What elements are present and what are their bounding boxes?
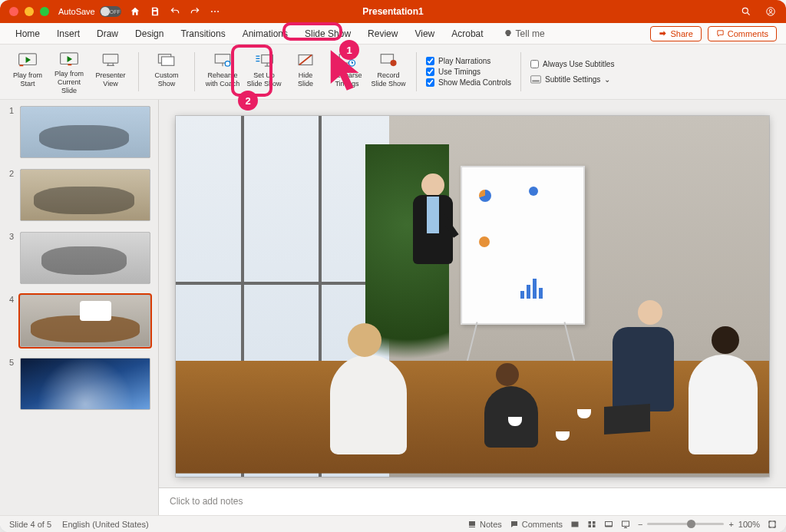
fit-to-window-icon[interactable] (768, 520, 777, 529)
subtitle-options: Always Use Subtitles Subtitle Settings ⌄ (526, 48, 619, 96)
show-media-check[interactable]: Show Media Controls (426, 78, 511, 87)
custom-show-button[interactable]: Custom Show (147, 48, 187, 96)
setup-icon (253, 51, 275, 69)
notes-placeholder: Click to add notes (170, 496, 243, 507)
svg-rect-28 (622, 521, 629, 527)
comments-button[interactable]: Comments (708, 26, 777, 41)
ribbon: Play from Start Play from Current Slide … (0, 45, 786, 100)
custom-show-icon (156, 51, 177, 69)
svg-rect-13 (262, 55, 273, 64)
search-icon[interactable] (740, 5, 752, 18)
tab-home[interactable]: Home (9, 25, 46, 42)
tell-me-label: Tell me (516, 28, 545, 39)
toggle-off-icon[interactable]: OFF (100, 6, 121, 17)
callout-badge-2: 2 (238, 91, 258, 111)
rehearse-coach-button[interactable]: Rehearse with Coach (203, 48, 243, 96)
thumbnail-3[interactable] (20, 232, 150, 284)
tab-transitions[interactable]: Transitions (174, 25, 231, 42)
zoom-in-icon[interactable]: + (728, 520, 733, 529)
share-button[interactable]: Share (650, 26, 701, 41)
normal-view-icon[interactable] (570, 520, 580, 529)
setup-slideshow-button[interactable]: Set Up Slide Show (244, 48, 284, 96)
ribbon-tabs: Home Insert Draw Design Transitions Anim… (0, 23, 786, 45)
zoom-out-icon[interactable]: − (638, 520, 642, 529)
thumbnail-1[interactable] (20, 106, 150, 158)
reading-view-icon[interactable] (604, 520, 613, 529)
tab-insert[interactable]: Insert (51, 25, 86, 42)
presenter-view-button[interactable]: Presenter View (91, 48, 130, 96)
svg-point-12 (225, 61, 230, 67)
chevron-down-icon: ⌄ (604, 75, 610, 84)
undo-icon[interactable] (169, 5, 181, 18)
tab-draw[interactable]: Draw (91, 25, 124, 42)
tab-review[interactable]: Review (362, 25, 404, 42)
play-current-icon (58, 51, 80, 68)
hide-slide-icon (295, 51, 316, 69)
tab-view[interactable]: View (408, 25, 441, 42)
svg-rect-22 (588, 521, 591, 524)
play-narrations-check[interactable]: Play Narrations (426, 57, 511, 65)
hide-slide-button[interactable]: Hide Slide (286, 48, 325, 96)
zoom-level[interactable]: 100% (738, 520, 760, 529)
playback-options: Play Narrations Use Timings Show Media C… (421, 48, 516, 96)
maximize-icon[interactable] (40, 7, 49, 16)
play-from-current-button[interactable]: Play from Current Slide (49, 48, 89, 96)
zoom-control[interactable]: − + 100% (638, 520, 760, 529)
tab-animations[interactable]: Animations (236, 25, 294, 42)
tab-design[interactable]: Design (129, 25, 170, 42)
record-slideshow-button[interactable]: Record Slide Show (368, 48, 408, 96)
svg-rect-10 (162, 57, 174, 65)
comments-toggle[interactable]: Comments (510, 520, 563, 529)
svg-point-2 (217, 11, 219, 12)
slide-image (176, 116, 769, 477)
slide-canvas[interactable] (176, 116, 769, 477)
more-icon[interactable] (209, 5, 221, 18)
zoom-slider[interactable] (647, 523, 724, 525)
svg-rect-24 (588, 524, 591, 527)
home-icon[interactable] (129, 5, 141, 18)
always-subtitles-check[interactable]: Always Use Subtitles (530, 60, 614, 68)
svg-point-1 (214, 11, 216, 12)
svg-point-5 (769, 9, 772, 12)
minimize-icon[interactable] (25, 7, 34, 16)
coach-icon (212, 51, 233, 69)
use-timings-check[interactable]: Use Timings (426, 68, 511, 76)
slide-indicator[interactable]: Slide 4 of 5 (9, 520, 51, 529)
thumbnail-5[interactable] (20, 358, 150, 410)
play-start-icon (17, 51, 38, 69)
svg-rect-27 (605, 525, 612, 527)
svg-rect-25 (593, 524, 596, 527)
save-icon[interactable] (149, 5, 161, 18)
thumbnail-2[interactable] (20, 169, 150, 221)
redo-icon[interactable] (189, 5, 201, 18)
record-icon (378, 51, 399, 69)
svg-rect-20 (532, 80, 539, 81)
play-from-start-button[interactable]: Play from Start (8, 48, 48, 96)
autosave-toggle[interactable]: AutoSave OFF (58, 6, 121, 17)
svg-point-0 (211, 11, 213, 12)
status-bar: Slide 4 of 5 English (United States) Not… (0, 515, 786, 532)
tab-acrobat[interactable]: Acrobat (445, 25, 489, 42)
svg-rect-21 (571, 521, 578, 527)
notes-pane[interactable]: Click to add notes (159, 487, 786, 515)
svg-rect-19 (531, 75, 541, 82)
language-indicator[interactable]: English (United States) (62, 520, 149, 529)
thumbnail-4[interactable] (20, 295, 150, 347)
close-icon[interactable] (9, 7, 18, 16)
subtitle-settings-button[interactable]: Subtitle Settings ⌄ (530, 75, 614, 84)
user-icon[interactable] (765, 5, 777, 18)
svg-rect-23 (593, 521, 596, 524)
annotation-cursor-icon (324, 46, 367, 100)
presenter-icon (100, 51, 121, 69)
slideshow-view-icon[interactable] (621, 520, 630, 529)
autosave-label: AutoSave (58, 7, 95, 16)
slide-thumbnails[interactable]: 1 2 3 4 5 (0, 100, 159, 515)
svg-rect-8 (103, 55, 118, 63)
svg-point-3 (742, 8, 748, 13)
svg-point-18 (390, 60, 396, 66)
svg-rect-29 (769, 521, 775, 527)
sorter-view-icon[interactable] (587, 520, 596, 529)
notes-toggle[interactable]: Notes (467, 520, 502, 529)
tell-me[interactable]: Tell me (497, 25, 551, 42)
window-controls[interactable] (9, 7, 49, 16)
